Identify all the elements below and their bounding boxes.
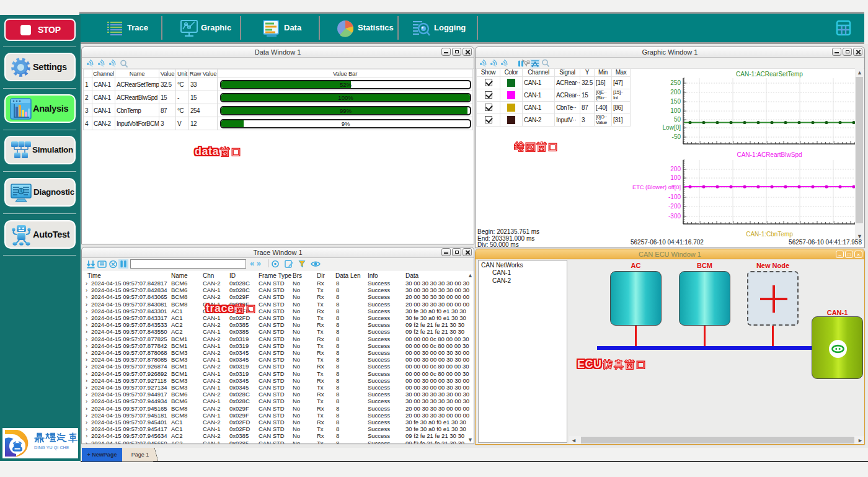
svg-text:Low[0]: Low[0] [663, 124, 681, 131]
svg-text:CAN-1:ACRearSetTemp: CAN-1:ACRearSetTemp [736, 71, 803, 78]
svg-text:50: 50 [674, 116, 681, 123]
svg-text:-200: -200 [668, 203, 681, 210]
svg-text:-50: -50 [672, 133, 681, 140]
svg-text:CAN-1:CbnTemp: CAN-1:CbnTemp [746, 231, 793, 238]
svg-text:CAN-1:ACReartBlwSpd: CAN-1:ACReartBlwSpd [737, 151, 802, 158]
svg-text:-300: -300 [668, 213, 681, 220]
svg-text:150: 150 [670, 98, 681, 105]
svg-text:200: 200 [670, 166, 681, 172]
svg-text:200: 200 [670, 89, 681, 96]
svg-text:ETC (Blower) off[0]: ETC (Blower) off[0] [632, 184, 681, 190]
svg-text:100: 100 [670, 107, 681, 114]
svg-text:250: 250 [670, 79, 681, 86]
svg-text:-100: -100 [668, 194, 681, 200]
svg-text:100: 100 [670, 174, 681, 181]
